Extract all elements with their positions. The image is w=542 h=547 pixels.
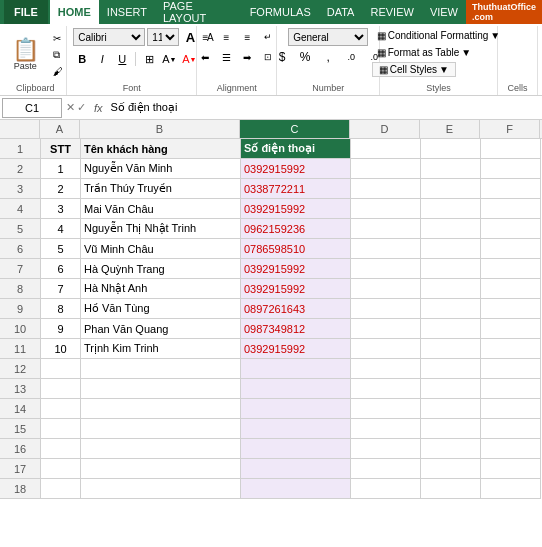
align-right-button[interactable]: ➡ <box>237 48 257 66</box>
percent-button[interactable]: % <box>294 48 316 66</box>
cell-d13[interactable] <box>351 379 421 399</box>
cell-d8[interactable] <box>351 279 421 299</box>
align-center-button[interactable]: ☰ <box>216 48 236 66</box>
cell-a18[interactable] <box>41 479 81 499</box>
row-header-5[interactable]: 5 <box>0 219 40 239</box>
cell-a13[interactable] <box>41 379 81 399</box>
col-header-f[interactable]: F <box>480 120 540 138</box>
cell-d17[interactable] <box>351 459 421 479</box>
row-header-1[interactable]: 1 <box>0 139 40 159</box>
row-header-17[interactable]: 17 <box>0 459 40 479</box>
cell-d4[interactable] <box>351 199 421 219</box>
cell-f8[interactable] <box>481 279 541 299</box>
font-name-select[interactable]: Calibri <box>73 28 145 46</box>
cell-f11[interactable] <box>481 339 541 359</box>
cell-e13[interactable] <box>421 379 481 399</box>
cell-f1[interactable] <box>481 139 541 159</box>
cell-d6[interactable] <box>351 239 421 259</box>
cell-c18[interactable] <box>241 479 351 499</box>
cell-d1[interactable] <box>351 139 421 159</box>
copy-button[interactable]: ⧉ <box>49 47 67 63</box>
cell-c6[interactable]: 0786598510 <box>241 239 351 259</box>
cell-c2[interactable]: 0392915992 <box>241 159 351 179</box>
tab-review[interactable]: REVIEW <box>362 0 421 24</box>
cell-b3[interactable]: Trần Thúy Truyền <box>81 179 241 199</box>
cell-f12[interactable] <box>481 359 541 379</box>
format-painter-button[interactable]: 🖌 <box>49 64 67 79</box>
cell-b2[interactable]: Nguyễn Văn Minh <box>81 159 241 179</box>
cell-styles-button[interactable]: ▦ Cell Styles ▼ <box>372 62 456 77</box>
cell-c10[interactable]: 0987349812 <box>241 319 351 339</box>
cell-c17[interactable] <box>241 459 351 479</box>
cell-a14[interactable] <box>41 399 81 419</box>
cell-f5[interactable] <box>481 219 541 239</box>
cell-e7[interactable] <box>421 259 481 279</box>
tab-formulas[interactable]: FORMULAS <box>242 0 319 24</box>
cell-a1[interactable]: STT <box>41 139 81 159</box>
cell-c5[interactable]: 0962159236 <box>241 219 351 239</box>
cell-d10[interactable] <box>351 319 421 339</box>
row-header-16[interactable]: 16 <box>0 439 40 459</box>
underline-button[interactable]: U <box>113 50 131 68</box>
cell-b13[interactable] <box>81 379 241 399</box>
cell-e10[interactable] <box>421 319 481 339</box>
formula-input[interactable] <box>107 98 540 118</box>
bold-button[interactable]: B <box>73 50 91 68</box>
cell-c1[interactable]: Số điện thoại <box>241 139 351 159</box>
cell-a6[interactable]: 5 <box>41 239 81 259</box>
cell-b5[interactable]: Nguyễn Thị Nhật Trinh <box>81 219 241 239</box>
cell-b6[interactable]: Vũ Minh Châu <box>81 239 241 259</box>
cell-c15[interactable] <box>241 419 351 439</box>
cell-c4[interactable]: 0392915992 <box>241 199 351 219</box>
cell-e4[interactable] <box>421 199 481 219</box>
cell-a2[interactable]: 1 <box>41 159 81 179</box>
cell-c3[interactable]: 0338772211 <box>241 179 351 199</box>
tab-file[interactable]: FILE <box>4 0 48 24</box>
cell-a12[interactable] <box>41 359 81 379</box>
cell-e12[interactable] <box>421 359 481 379</box>
col-header-a[interactable]: A <box>40 120 80 138</box>
cell-a10[interactable]: 9 <box>41 319 81 339</box>
align-top-center-button[interactable]: ≡ <box>216 28 236 46</box>
row-header-3[interactable]: 3 <box>0 179 40 199</box>
cell-f13[interactable] <box>481 379 541 399</box>
cell-d2[interactable] <box>351 159 421 179</box>
cell-d18[interactable] <box>351 479 421 499</box>
align-top-left-button[interactable]: ≡ <box>195 28 215 46</box>
cell-c11[interactable]: 0392915992 <box>241 339 351 359</box>
row-header-10[interactable]: 10 <box>0 319 40 339</box>
cancel-icon[interactable]: ✕ <box>66 101 75 114</box>
cell-d5[interactable] <box>351 219 421 239</box>
cell-c7[interactable]: 0392915992 <box>241 259 351 279</box>
increase-decimal-button[interactable]: .0 <box>340 48 362 66</box>
cell-f3[interactable] <box>481 179 541 199</box>
cell-f9[interactable] <box>481 299 541 319</box>
row-header-13[interactable]: 13 <box>0 379 40 399</box>
italic-button[interactable]: I <box>93 50 111 68</box>
cell-a8[interactable]: 7 <box>41 279 81 299</box>
cell-a9[interactable]: 8 <box>41 299 81 319</box>
tab-page-layout[interactable]: PAGE LAYOUT <box>155 0 242 24</box>
cell-e9[interactable] <box>421 299 481 319</box>
accounting-button[interactable]: $ <box>271 48 293 66</box>
paste-button[interactable]: 📋 Paste <box>3 36 47 74</box>
cell-a5[interactable]: 4 <box>41 219 81 239</box>
col-header-e[interactable]: E <box>420 120 480 138</box>
row-header-6[interactable]: 6 <box>0 239 40 259</box>
row-header-18[interactable]: 18 <box>0 479 40 499</box>
tab-home[interactable]: HOME <box>50 0 99 24</box>
cell-c16[interactable] <box>241 439 351 459</box>
cell-d11[interactable] <box>351 339 421 359</box>
cell-a15[interactable] <box>41 419 81 439</box>
cell-e5[interactable] <box>421 219 481 239</box>
col-header-d[interactable]: D <box>350 120 420 138</box>
cell-c8[interactable]: 0392915992 <box>241 279 351 299</box>
cell-e16[interactable] <box>421 439 481 459</box>
cell-f10[interactable] <box>481 319 541 339</box>
cell-f16[interactable] <box>481 439 541 459</box>
cell-b12[interactable] <box>81 359 241 379</box>
comma-button[interactable]: , <box>317 48 339 66</box>
tab-view[interactable]: VIEW <box>422 0 466 24</box>
cell-b8[interactable]: Hà Nhật Anh <box>81 279 241 299</box>
row-header-11[interactable]: 11 <box>0 339 40 359</box>
